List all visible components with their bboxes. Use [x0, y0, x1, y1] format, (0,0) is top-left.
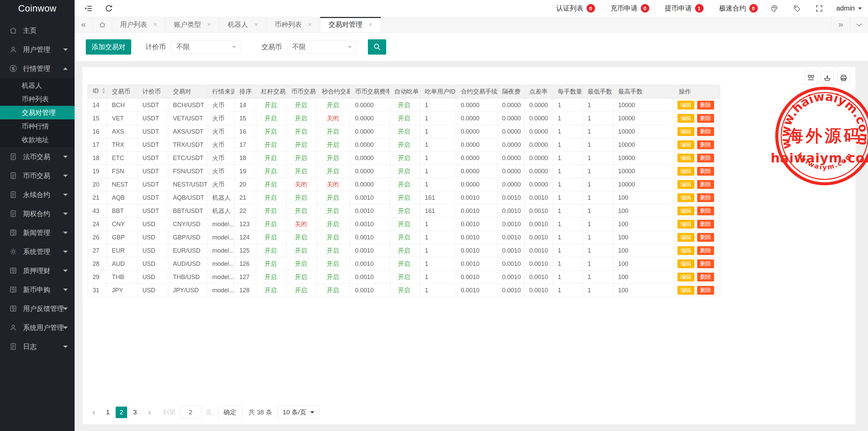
cell-合约交易手续费: 0.0000 — [456, 138, 497, 152]
topbar-nav-item-3[interactable]: 极速合约0 — [719, 4, 758, 13]
trading-pairs-table: ID交易币计价币交易对行情来源排序杠杆交易币币交易秒合约交易币币交易费率自动吃单… — [87, 84, 720, 297]
delete-button[interactable]: 删除 — [697, 101, 714, 110]
edit-button[interactable]: 编辑 — [677, 193, 694, 202]
page-size-select[interactable]: 10 条/页 — [278, 406, 320, 419]
tab-3[interactable]: 币种列表× — [267, 17, 320, 32]
tab-2[interactable]: 机器人× — [219, 17, 267, 32]
close-icon[interactable]: × — [308, 21, 312, 28]
sidebar-item-3[interactable]: 法币交易 — [0, 147, 75, 166]
delete-button[interactable]: 删除 — [697, 140, 714, 149]
sidebar-subitem-2-1[interactable]: 币种列表 — [0, 92, 75, 106]
sidebar-subitem-2-4[interactable]: 收款地址 — [0, 133, 75, 146]
collapse-sidebar-icon[interactable] — [82, 2, 95, 15]
close-icon[interactable]: × — [254, 21, 258, 28]
close-icon[interactable]: × — [369, 21, 373, 28]
topbar-nav-item-2[interactable]: 提币申请1 — [665, 4, 704, 13]
edit-button[interactable]: 编辑 — [677, 273, 694, 281]
edit-button[interactable]: 编辑 — [677, 101, 694, 110]
sidebar-item-7[interactable]: 新闻管理 — [0, 223, 75, 242]
close-icon[interactable]: × — [207, 21, 211, 28]
sidebar-subitem-2-0[interactable]: 机器人 — [0, 79, 75, 92]
confirm-button[interactable]: 确定 — [218, 406, 242, 419]
username: admin — [836, 4, 855, 12]
sidebar-item-2[interactable]: $行情管理 — [0, 59, 75, 78]
sidebar-item-4[interactable]: 币币交易 — [0, 166, 75, 185]
delete-button[interactable]: 删除 — [697, 154, 714, 162]
edit-button[interactable]: 编辑 — [677, 114, 694, 123]
tabs-scroll-right[interactable]: » — [831, 17, 850, 32]
tab-1[interactable]: 账户类型× — [166, 17, 220, 32]
sidebar-item-8[interactable]: 系统管理 — [0, 242, 75, 261]
print-button[interactable] — [837, 72, 850, 84]
delete-button[interactable]: 删除 — [697, 127, 714, 136]
delete-button[interactable]: 删除 — [697, 286, 714, 295]
sidebar-subitem-2-2[interactable]: 交易对管理 — [0, 106, 75, 119]
user-menu[interactable]: admin — [836, 4, 862, 12]
tab-0[interactable]: 用户列表× — [112, 17, 166, 32]
delete-button[interactable]: 删除 — [697, 167, 714, 176]
tabs-menu[interactable] — [850, 17, 868, 32]
row-actions: 编辑删除 — [674, 191, 720, 204]
edit-button[interactable]: 编辑 — [677, 233, 694, 242]
next-page-button[interactable]: › — [144, 407, 155, 418]
refresh-icon[interactable] — [102, 2, 115, 15]
sidebar-item-9[interactable]: 质押理财 — [0, 261, 75, 280]
prev-page-button[interactable]: ‹ — [88, 407, 100, 418]
edit-button[interactable]: 编辑 — [677, 180, 694, 189]
sidebar-item-0[interactable]: 主页 — [0, 21, 75, 40]
edit-button[interactable]: 编辑 — [677, 259, 694, 268]
theme-palette-icon[interactable] — [769, 3, 780, 14]
sidebar-item-1[interactable]: 用户管理 — [0, 40, 75, 59]
cell-每手数量: 1 — [553, 152, 583, 165]
sidebar-item-10[interactable]: 新币申购 — [0, 280, 75, 299]
column-header-11: 吃单用户ID — [420, 85, 456, 99]
sidebar-item-6[interactable]: 期权合约 — [0, 204, 75, 223]
edit-button[interactable]: 编辑 — [677, 154, 694, 162]
delete-button[interactable]: 删除 — [697, 114, 714, 123]
sidebar-item-11[interactable]: 用户反馈管理 — [0, 299, 75, 318]
delete-button[interactable]: 删除 — [697, 207, 714, 215]
edit-button[interactable]: 编辑 — [677, 286, 694, 295]
topbar-nav-item-1[interactable]: 充币申请0 — [611, 4, 649, 13]
topbar-nav-item-0[interactable]: 认证列表0 — [556, 4, 595, 13]
sidebar-item-13[interactable]: 日志 — [0, 337, 75, 356]
search-button[interactable] — [368, 39, 386, 55]
table-row: 27EURUSDEUR/USDmodel....125开启开启开启0.0010开… — [88, 244, 720, 257]
export-button[interactable] — [821, 72, 834, 84]
delete-button[interactable]: 删除 — [697, 273, 714, 281]
sidebar-item-5[interactable]: 永续合约 — [0, 185, 75, 204]
delete-button[interactable]: 删除 — [697, 220, 714, 229]
delete-button[interactable]: 删除 — [697, 259, 714, 268]
page-button-2[interactable]: 2 — [116, 407, 127, 418]
close-icon[interactable]: × — [153, 21, 157, 28]
edit-button[interactable]: 编辑 — [677, 220, 694, 229]
sidebar-item-12[interactable]: 系统用户管理 — [0, 318, 75, 337]
delete-button[interactable]: 删除 — [697, 246, 714, 255]
quote-coin-select[interactable]: 不限 — [171, 40, 240, 54]
sort-icon[interactable] — [101, 87, 106, 96]
page-button-3[interactable]: 3 — [129, 407, 141, 418]
page-button-1[interactable]: 1 — [102, 407, 114, 418]
tab-home[interactable] — [93, 17, 112, 32]
delete-button[interactable]: 删除 — [697, 233, 714, 242]
fullscreen-icon[interactable] — [813, 3, 825, 14]
edit-button[interactable]: 编辑 — [677, 246, 694, 255]
delete-button[interactable]: 删除 — [697, 193, 714, 202]
base-coin-select[interactable]: 不限 — [287, 40, 356, 54]
edit-button[interactable]: 编辑 — [677, 140, 694, 149]
cell-ID: 18 — [88, 152, 107, 165]
filter-columns-button[interactable] — [805, 72, 817, 84]
edit-button[interactable]: 编辑 — [677, 127, 694, 136]
delete-button[interactable]: 删除 — [697, 180, 714, 189]
tabs-scroll-left[interactable]: « — [75, 17, 93, 32]
tag-icon[interactable] — [791, 3, 803, 14]
edit-button[interactable]: 编辑 — [677, 207, 694, 215]
jump-page-input[interactable] — [180, 406, 201, 418]
edit-button[interactable]: 编辑 — [677, 167, 694, 176]
add-trading-pair-button[interactable]: 添加交易对 — [86, 39, 131, 55]
cell-吃单用户ID: 1 — [420, 257, 456, 271]
sidebar-subitem-2-3[interactable]: 币种行情 — [0, 119, 75, 133]
tab-4[interactable]: 交易对管理× — [320, 17, 381, 32]
column-header-label: 币币交易 — [291, 88, 316, 95]
cell-秒合约交易: 开启 — [317, 284, 350, 297]
